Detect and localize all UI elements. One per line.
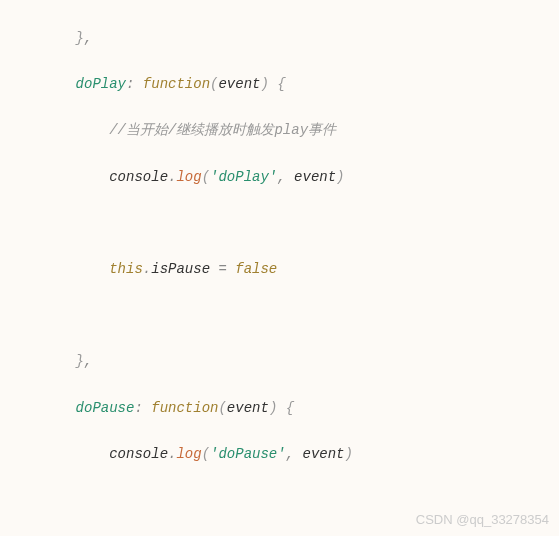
code-line: console.log('doPlay', event)	[42, 166, 559, 189]
code-line: doPlay: function(event) {	[42, 73, 559, 96]
code-line: },	[42, 350, 559, 373]
property-doPlay: doPlay	[76, 76, 126, 92]
code-line: doPause: function(event) {	[42, 397, 559, 420]
property-doPause: doPause	[76, 400, 135, 416]
code-line: },	[42, 27, 559, 50]
comment: //当开始/继续播放时触发play事件	[109, 122, 336, 138]
watermark: CSDN @qq_33278354	[416, 509, 549, 530]
code-line: console.log('doPause', event)	[42, 443, 559, 466]
code-line: this.isPause = false	[42, 258, 559, 281]
code-block: }, doPlay: function(event) { //当开始/继续播放时…	[0, 4, 559, 536]
code-line	[42, 212, 559, 235]
code-line: //当开始/继续播放时触发play事件	[42, 119, 559, 142]
code-line	[42, 304, 559, 327]
